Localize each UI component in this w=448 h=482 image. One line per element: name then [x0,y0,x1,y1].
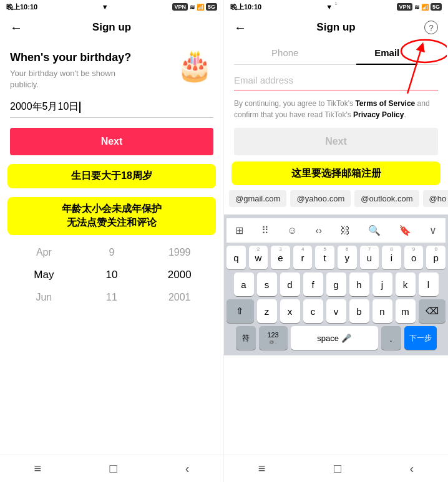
key-i[interactable]: i8 [382,246,401,269]
key-y[interactable]: y6 [338,246,357,269]
key-m[interactable]: m [396,299,416,323]
right-panel: 晚上10:10 ▼ VPN ≋ 📶 5G ← Sign up ? Phone E… [224,0,448,482]
right-wifi-icon: 📶 [421,4,429,11]
left-back-button[interactable]: ← [10,21,22,35]
right-back-button[interactable]: ← [234,21,246,35]
kb-grid-icon[interactable]: ⊞ [235,224,243,236]
left-panel: 晚上10:10 ▼ VPN ≋ 📶 5G ← Sign up When's yo… [0,0,224,482]
left-nav-back-icon[interactable]: ‹ [185,461,190,476]
picker-day[interactable]: 9 10 11 [78,244,146,306]
left-network-badge: 5G [206,3,217,11]
kb-code-icon[interactable]: ‹› [315,225,322,236]
left-nav-menu-icon[interactable]: ≡ [34,461,42,476]
kb-search-icon[interactable]: 🔍 [368,224,381,236]
left-next-button[interactable]: Next [10,128,213,155]
privacy-policy-link[interactable]: Privacy Policy [353,110,404,119]
left-time-indicator: ▼ [102,3,109,11]
picker-day-10[interactable]: 10 [106,266,118,284]
right-page-title: Sign up [316,21,355,34]
keyboard-row-zxcv: ⇧ z x c v b n m ⌫ [226,299,446,323]
tab-email[interactable]: Email [336,41,439,64]
left-annotation-1-text: 生日要大于18周岁 [14,169,210,183]
email-input-area[interactable] [234,75,438,90]
key-w[interactable]: w2 [249,246,268,269]
left-wifi-icon: 📶 [197,4,204,11]
key-n[interactable]: n [373,299,392,323]
picker-month-may[interactable]: May [34,266,54,284]
key-x[interactable]: x [280,299,300,323]
key-q[interactable]: q1 [226,246,246,269]
picker-day-11[interactable]: 11 [106,289,117,306]
left-bottom-nav: ≡ □ ‹ [0,455,223,482]
key-space[interactable]: space 🎤 [291,326,378,350]
picker-year[interactable]: 1999 2000 2001 [145,244,213,306]
kb-expand-icon[interactable]: ∨ [429,224,437,236]
key-d[interactable]: d [280,272,300,296]
key-shift[interactable]: ⇧ [226,299,254,323]
key-t[interactable]: t5 [315,246,334,269]
key-a[interactable]: a [234,272,254,296]
date-input-area[interactable]: 2000年5月10日 [10,100,213,118]
right-annotation-text: 这里要选择邮箱注册 [238,166,434,180]
keyboard-toolbar: ⊞ ⠿ ☺ ‹› ⛓ 🔍 🔖 ∨ [226,218,446,243]
right-next-button[interactable]: Next [234,128,438,155]
birthday-header: When's your birthday? Your birthday won'… [10,51,213,90]
left-nav-home-icon[interactable]: □ [109,461,117,476]
picker-month-jun[interactable]: Jun [36,289,52,306]
key-s[interactable]: s [257,272,277,296]
picker-year-1999[interactable]: 1999 [168,244,191,261]
right-status-right: VPN ≋ 📶 5G [397,3,442,11]
key-e[interactable]: e3 [271,246,290,269]
suggestion-gmail[interactable]: @gmail.com [229,190,286,207]
right-help-button[interactable]: ? [424,21,438,34]
key-g[interactable]: g [326,272,346,296]
key-123[interactable]: 123 @ . [259,326,288,350]
cake-icon: 🎂 [176,48,213,83]
key-o[interactable]: o9 [404,246,424,269]
key-z[interactable]: z [257,299,277,323]
kb-bookmark-icon[interactable]: 🔖 [399,224,411,236]
key-next[interactable]: 下一步 [404,326,437,350]
key-k[interactable]: k [396,272,416,296]
key-p[interactable]: p0 [426,246,446,269]
key-j[interactable]: j [373,272,392,296]
key-b[interactable]: b [349,299,369,323]
suggestion-outlook[interactable]: @outlook.com [354,190,419,207]
picker-year-2001[interactable]: 2001 [168,289,191,306]
right-nav-back-icon[interactable]: ‹ [410,461,414,476]
picker-month[interactable]: Apr May Jun [10,244,78,306]
right-nav-bar: ← Sign up ? [224,14,448,41]
key-symbol[interactable]: 符 [236,326,256,350]
key-u[interactable]: u7 [360,246,379,269]
key-f[interactable]: f [303,272,323,296]
picker-day-9[interactable]: 9 [109,244,115,261]
right-nav-home-icon[interactable]: □ [334,461,341,476]
key-delete[interactable]: ⌫ [419,299,446,323]
left-signal-icon: ≋ [190,4,195,11]
birthday-text-group: When's your birthday? Your birthday won'… [10,51,131,90]
key-v[interactable]: v [326,299,346,323]
key-dot[interactable]: . [381,326,401,350]
right-nav-menu-icon[interactable]: ≡ [258,461,266,476]
kb-link-icon[interactable]: ⛓ [340,225,350,236]
birthday-section: When's your birthday? Your birthday won'… [0,41,223,90]
key-l[interactable]: l [419,272,439,296]
kb-dots-icon[interactable]: ⠿ [261,224,269,236]
suggestion-yahoo[interactable]: @yahoo.com [290,190,351,207]
date-picker[interactable]: Apr May Jun 9 10 11 1999 2000 2001 [0,244,223,306]
keyboard[interactable]: ⊞ ⠿ ☺ ‹› ⛓ 🔍 🔖 ∨ q1 w2 e3 r4 t5 y6 u7 i8… [224,214,448,355]
keyboard-row-qwerty: q1 w2 e3 r4 t5 y6 u7 i8 o9 p0 [226,246,446,269]
right-annotation: 这里要选择邮箱注册 [231,161,441,185]
keyboard-row-asdf: a s d f g h j k l [226,272,446,296]
picker-month-apr[interactable]: Apr [36,244,52,261]
left-annotation-1: 生日要大于18周岁 [7,164,216,188]
terms-of-service-link[interactable]: Terms of Service [355,99,415,108]
kb-emoji-icon[interactable]: ☺ [287,225,297,236]
email-input[interactable] [234,75,438,85]
key-h[interactable]: h [349,272,369,296]
picker-year-2000[interactable]: 2000 [168,266,192,284]
tab-phone[interactable]: Phone [234,41,336,64]
key-c[interactable]: c [303,299,323,323]
key-r[interactable]: r4 [293,246,313,269]
suggestion-other[interactable]: @ho [423,190,448,207]
